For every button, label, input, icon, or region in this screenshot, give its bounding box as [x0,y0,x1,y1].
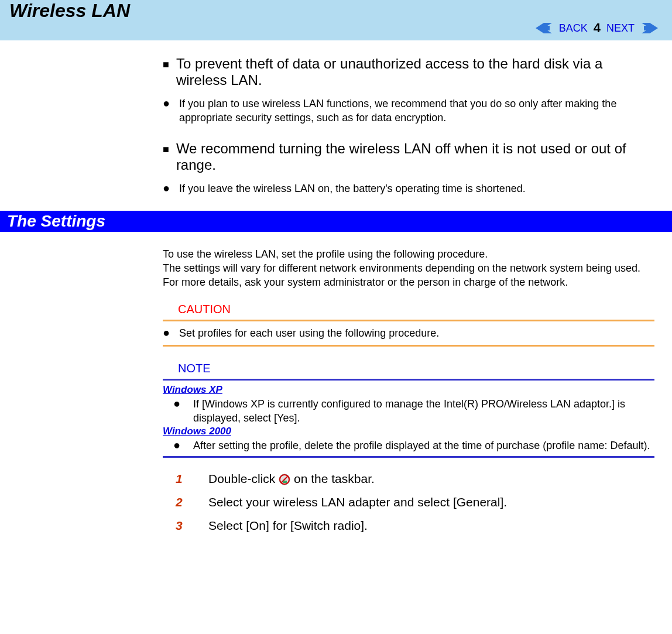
page-title: Wireless LAN [9,0,663,22]
content-column: ■ To prevent theft of data or unauthoriz… [163,56,654,196]
content-column: To use the wireless LAN, set the profile… [163,247,654,533]
note-xp-bullet: If [Windows XP is currently configured t… [193,397,654,426]
bullet-dot-icon: ● [163,97,179,125]
section-title-bar: The Settings [0,211,672,232]
step-row: 3 Select [On] for [Switch radio]. [163,519,654,533]
bullet-dot-icon: ● [163,326,179,340]
step-text: Select your wireless LAN adapter and sel… [208,495,654,509]
header-band: Wireless LAN BACK 4 NEXT [0,0,672,40]
intro-paragraph: To use the wireless LAN, set the profile… [163,247,654,290]
back-arrow-icon[interactable] [536,22,554,35]
next-arrow-icon[interactable] [639,22,658,35]
bullet-text: If you leave the wireless LAN on, the ba… [179,181,654,196]
heading-prevent-theft: ■ To prevent theft of data or unauthoriz… [163,56,654,88]
bullet-dot-icon: ● [163,397,193,426]
os-label-2000: Windows 2000 [163,426,654,437]
note-2000-bullet: After setting the profile, delete the pr… [193,438,654,453]
bullet-dot-icon: ● [163,438,193,453]
step-row: 2 Select your wireless LAN adapter and s… [163,495,654,509]
os-label-xp: Windows XP [163,384,654,396]
step-number: 3 [163,519,208,533]
heading-text: We recommend turning the wireless LAN of… [176,140,654,173]
bullet-security-settings: ● If you plan to use wireless LAN functi… [163,97,654,125]
step-text-after: on the taskbar. [290,472,375,485]
step-number: 1 [163,472,208,486]
taskbar-wireless-icon [279,474,290,485]
svg-rect-7 [283,481,287,483]
caution-bullet-text: Set profiles for each user using the fol… [179,326,654,340]
step-number: 2 [163,495,208,509]
bullet-battery: ● If you leave the wireless LAN on, the … [163,181,654,196]
step-text: Double-click on the taskbar. [208,472,654,486]
step-text-before: Double-click [208,472,279,485]
next-link[interactable]: NEXT [606,22,635,35]
svg-marker-1 [544,23,552,33]
caution-box: ● Set profiles for each user using the f… [163,320,654,347]
back-link[interactable]: BACK [559,22,588,35]
page-number: 4 [594,20,601,36]
note-box: Windows XP ● If [Windows XP is currently… [163,379,654,458]
heading-turn-off: ■ We recommend turning the wireless LAN … [163,140,654,173]
step-text: Select [On] for [Switch radio]. [208,519,654,533]
step-row: 1 Double-click on the taskbar. [163,472,654,486]
nav-row: BACK 4 NEXT [536,20,658,36]
heading-text: To prevent theft of data or unauthorized… [176,56,654,88]
square-bullet-icon: ■ [163,56,169,88]
square-bullet-icon: ■ [163,140,169,173]
note-label: NOTE [178,362,654,375]
bullet-dot-icon: ● [163,181,179,196]
svg-marker-3 [642,23,650,33]
caution-label: CAUTION [178,303,654,316]
bullet-text: If you plan to use wireless LAN function… [179,97,654,125]
